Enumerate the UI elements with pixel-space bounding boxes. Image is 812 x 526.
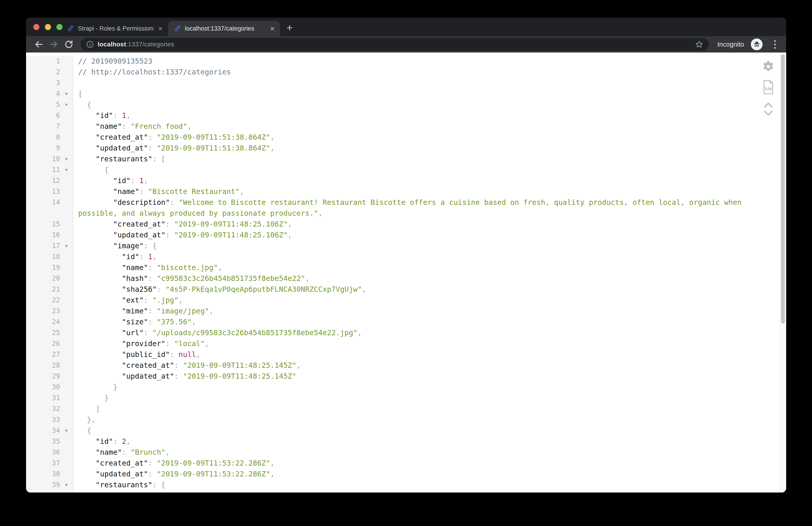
- collapse-spacer: [60, 229, 73, 240]
- gutter: 24: [26, 316, 73, 327]
- code-line: 10▼ "restaurants": [: [26, 153, 779, 164]
- code-text: {: [73, 99, 762, 110]
- gutter: 27: [26, 349, 73, 360]
- scrollbar-track: [779, 52, 786, 493]
- collapse-toggle-icon[interactable]: ▼: [60, 99, 73, 110]
- zoom-window-button[interactable]: [56, 24, 62, 30]
- tab-strapi[interactable]: Strapi - Roles & Permissions ×: [61, 21, 168, 36]
- collapse-spacer: [60, 175, 73, 186]
- code-text: "url": "/uploads/c99583c3c26b454b851735f…: [73, 327, 762, 338]
- collapse-toggle-icon[interactable]: ▼: [60, 425, 73, 436]
- collapse-spacer: [60, 468, 73, 479]
- tab-categories[interactable]: localhost:1337/categories ×: [168, 21, 280, 36]
- collapse-spacer: [60, 273, 73, 284]
- reload-button[interactable]: [62, 38, 75, 51]
- back-button[interactable]: [32, 38, 45, 51]
- line-number: 5: [26, 99, 60, 110]
- collapse-spacer: [60, 371, 73, 381]
- line-number: 40: [26, 490, 60, 493]
- code-text: [: [73, 88, 762, 99]
- code-line: 14 "description": "Welcome to Biscotte r…: [26, 197, 779, 219]
- code-text: "public_id": null,: [73, 349, 762, 360]
- code-line: 16 "updated_at": "2019-09-09T11:48:25.10…: [26, 229, 779, 240]
- line-number: 16: [26, 229, 60, 240]
- gutter: 39▼: [26, 479, 73, 490]
- code-text: "id": 1,: [73, 251, 762, 262]
- code-text: "created_at": "2019-09-09T11:48:25.145Z"…: [73, 360, 762, 371]
- collapse-spacer: [60, 414, 73, 425]
- new-tab-button[interactable]: +: [283, 21, 296, 34]
- strapi-favicon-rocket-icon: [173, 25, 181, 33]
- line-number: 17: [26, 240, 60, 251]
- bookmark-star-icon[interactable]: [695, 40, 704, 49]
- address-bar[interactable]: localhost:1337/categories: [81, 38, 709, 51]
- tab-strip: Strapi - Roles & Permissions × localhost…: [26, 18, 786, 36]
- browser-menu-button[interactable]: [770, 39, 779, 50]
- viewer-settings-gear-icon[interactable]: [762, 60, 775, 73]
- gutter: 5▼: [26, 99, 73, 110]
- code-line: 40▼ {: [26, 490, 779, 493]
- gutter: 9: [26, 142, 73, 153]
- code-text: "id": 1,: [73, 110, 762, 121]
- expand-all-chevron-down-icon[interactable]: [763, 111, 773, 116]
- incognito-label: Incognito: [717, 41, 744, 48]
- line-number: 37: [26, 457, 60, 468]
- collapse-all-chevron-up-icon[interactable]: [763, 102, 773, 107]
- traffic-lights: [33, 24, 62, 30]
- collapse-toggle-icon[interactable]: ▼: [60, 240, 73, 251]
- code-line: 28 "created_at": "2019-09-09T11:48:25.14…: [26, 360, 779, 371]
- code-line: 18 "id": 1,: [26, 251, 779, 262]
- collapse-toggle-icon[interactable]: ▼: [60, 88, 73, 99]
- tab-close-icon[interactable]: ×: [269, 25, 276, 32]
- browser-window: Strapi - Roles & Permissions × localhost…: [26, 18, 786, 493]
- code-text: "image": {: [73, 240, 762, 251]
- code-text: "size": "375.56",: [73, 316, 762, 327]
- code-text: "id": 2,: [73, 436, 762, 447]
- code-text: "created_at": "2019-09-09T11:51:38.864Z"…: [73, 132, 762, 142]
- line-number: 36: [26, 447, 60, 457]
- collapse-spacer: [60, 132, 73, 142]
- tab-close-icon[interactable]: ×: [157, 25, 163, 32]
- code-line: 25 "url": "/uploads/c99583c3c26b454b8517…: [26, 327, 779, 338]
- collapse-toggle-icon[interactable]: ▼: [60, 153, 73, 164]
- code-line: 15 "created_at": "2019-09-09T11:48:25.10…: [26, 219, 779, 229]
- code-line: 19 "name": "biscotte.jpg",: [26, 262, 779, 273]
- collapse-spacer: [60, 284, 73, 295]
- line-number: 1: [26, 56, 60, 66]
- code-line: 2// http://localhost:1337/categories: [26, 66, 779, 77]
- line-number: 2: [26, 66, 60, 77]
- line-number: 34: [26, 425, 60, 436]
- close-window-button[interactable]: [33, 24, 40, 30]
- code-line: 12 "id": 1,: [26, 175, 779, 186]
- url-text[interactable]: localhost:1337/categories: [98, 41, 174, 48]
- gutter: 13: [26, 186, 73, 197]
- code-text: "restaurants": [: [73, 479, 762, 490]
- collapse-spacer: [60, 457, 73, 468]
- line-number: 6: [26, 110, 60, 121]
- gutter: 28: [26, 360, 73, 371]
- code-line: 20 "hash": "c99583c3c26b454b851735f8ebe5…: [26, 273, 779, 284]
- code-text: {: [73, 490, 762, 493]
- code-line: 13 "name": "Biscotte Restaurant",: [26, 186, 779, 197]
- browser-toolbar: localhost:1337/categories Incognito: [26, 36, 786, 52]
- view-raw-icon[interactable]: RAW: [761, 80, 775, 95]
- collapse-toggle-icon[interactable]: ▼: [60, 164, 73, 175]
- collapse-spacer: [60, 262, 73, 273]
- gutter: 37: [26, 457, 73, 468]
- forward-button[interactable]: [47, 38, 60, 51]
- incognito-avatar: [751, 39, 763, 50]
- site-info-icon[interactable]: [86, 40, 94, 48]
- gutter: 32: [26, 403, 73, 414]
- collapse-toggle-icon[interactable]: ▼: [60, 479, 73, 490]
- gutter: 3: [26, 77, 73, 88]
- gutter: 35: [26, 436, 73, 447]
- code-line: 29 "updated_at": "2019-09-09T11:48:25.14…: [26, 371, 779, 381]
- collapse-spacer: [60, 219, 73, 229]
- code-line: 26 "provider": "local",: [26, 338, 779, 349]
- minimize-window-button[interactable]: [45, 24, 51, 30]
- collapse-spacer: [60, 447, 73, 457]
- scrollbar-thumb[interactable]: [781, 54, 785, 324]
- collapse-spacer: [60, 295, 73, 305]
- collapse-toggle-icon[interactable]: ▼: [60, 490, 73, 493]
- code-line: 36 "name": "Brunch",: [26, 447, 779, 457]
